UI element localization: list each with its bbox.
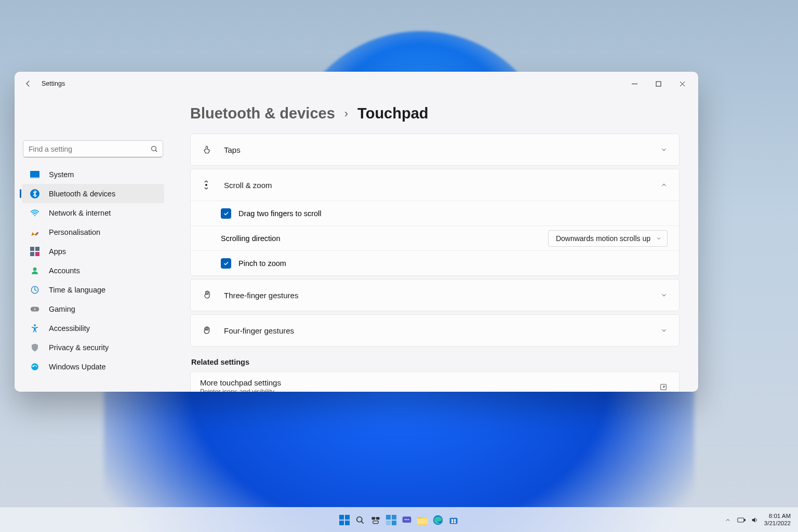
- checkbox-checked[interactable]: [221, 258, 231, 269]
- time-language-icon: [30, 285, 39, 295]
- section-three-finger[interactable]: Three-finger gestures: [190, 279, 680, 311]
- taskbar-search[interactable]: [353, 513, 367, 527]
- sidebar-item-label: Bluetooth & devices: [49, 190, 115, 198]
- section-taps[interactable]: Taps: [190, 134, 680, 166]
- svg-rect-29: [392, 521, 396, 525]
- sidebar-item-label: Apps: [49, 247, 66, 256]
- svg-rect-43: [744, 519, 745, 521]
- section-label: Three-finger gestures: [224, 291, 298, 300]
- page-title: Touchpad: [357, 105, 428, 122]
- task-view[interactable]: [369, 513, 382, 527]
- option-pinch-zoom[interactable]: Pinch to zoom: [191, 250, 679, 275]
- svg-point-31: [405, 519, 406, 520]
- taskbar-clock[interactable]: 8:01 AM 3/21/2022: [764, 513, 794, 526]
- sidebar-item-system[interactable]: System: [22, 165, 164, 184]
- sidebar-item-personalisation[interactable]: Personalisation: [22, 222, 164, 242]
- breadcrumb-parent[interactable]: Bluetooth & devices: [190, 105, 335, 122]
- more-touchpad-settings[interactable]: More touchpad settings Pointer icons and…: [190, 371, 680, 392]
- section-label: Four-finger gestures: [224, 326, 294, 335]
- sidebar-item-windows-update[interactable]: Windows Update: [22, 357, 164, 376]
- svg-rect-25: [373, 521, 378, 523]
- window-title: Settings: [42, 80, 65, 87]
- scroll-icon: [202, 180, 212, 190]
- edge-browser[interactable]: [431, 513, 445, 527]
- titlebar: Settings: [15, 72, 698, 96]
- svg-rect-21: [345, 521, 350, 525]
- external-link-icon: [659, 383, 668, 391]
- search-icon: [150, 145, 158, 153]
- four-finger-icon: [202, 325, 212, 336]
- svg-point-10: [33, 267, 37, 271]
- svg-point-1: [152, 146, 156, 151]
- maximize-button[interactable]: [646, 75, 670, 92]
- sidebar-item-gaming[interactable]: Gaming: [22, 299, 164, 318]
- sidebar-item-label: Accounts: [49, 267, 80, 275]
- update-icon: [30, 362, 39, 371]
- sidebar-item-label: Windows Update: [49, 363, 106, 371]
- microsoft-store[interactable]: [447, 513, 460, 527]
- sidebar-item-label: Accessibility: [49, 324, 90, 332]
- system-icon: [30, 170, 39, 179]
- tray-volume-icon[interactable]: [751, 516, 759, 524]
- sidebar-item-accounts[interactable]: Accounts: [22, 261, 164, 280]
- minimize-button[interactable]: [622, 75, 646, 92]
- sidebar-item-apps[interactable]: Apps: [22, 242, 164, 261]
- svg-rect-42: [738, 518, 744, 522]
- option-drag-two-fingers[interactable]: Drag two fingers to scroll: [191, 201, 679, 225]
- file-explorer[interactable]: [416, 513, 429, 527]
- section-four-finger[interactable]: Four-finger gestures: [190, 314, 680, 347]
- sidebar-item-label: Personalisation: [49, 228, 100, 236]
- tray-overflow[interactable]: [724, 516, 732, 524]
- sidebar-item-accessibility[interactable]: Accessibility: [22, 318, 164, 338]
- back-button[interactable]: [21, 76, 36, 91]
- svg-rect-39: [454, 519, 456, 521]
- sidebar-item-bluetooth-devices[interactable]: Bluetooth & devices: [22, 184, 164, 203]
- main-content: Bluetooth & devices › Touchpad Taps: [171, 96, 698, 392]
- section-label: Taps: [224, 145, 241, 154]
- three-finger-icon: [202, 290, 212, 300]
- svg-point-5: [34, 215, 35, 216]
- personalisation-icon: [30, 228, 39, 237]
- close-button[interactable]: [670, 75, 694, 92]
- svg-rect-40: [451, 521, 453, 523]
- taskbar-center: [338, 513, 460, 527]
- taskbar: 8:01 AM 3/21/2022: [0, 507, 798, 532]
- search-input[interactable]: [23, 140, 163, 157]
- svg-rect-38: [451, 519, 453, 521]
- option-label: Drag two fingers to scroll: [238, 209, 322, 218]
- search-field[interactable]: [29, 145, 150, 153]
- start-button[interactable]: [338, 513, 351, 527]
- svg-point-15: [31, 363, 38, 370]
- section-scroll-zoom: Scroll & zoom Drag two fingers to scroll…: [190, 169, 680, 276]
- clock-date: 3/21/2022: [764, 520, 791, 527]
- svg-point-13: [34, 308, 36, 310]
- wifi-icon: [30, 208, 39, 218]
- tray-battery-icon[interactable]: [737, 516, 746, 524]
- sidebar-item-network[interactable]: Network & internet: [22, 203, 164, 222]
- sidebar-item-label: System: [49, 170, 74, 179]
- svg-rect-8: [30, 252, 34, 256]
- checkbox-checked[interactable]: [221, 208, 231, 219]
- chat-button[interactable]: [400, 513, 414, 527]
- svg-rect-26: [386, 515, 391, 520]
- sidebar-item-privacy-security[interactable]: Privacy & security: [22, 338, 164, 357]
- accessibility-icon: [30, 324, 39, 333]
- svg-rect-23: [372, 517, 376, 520]
- tap-icon: [202, 145, 212, 154]
- svg-rect-28: [386, 521, 391, 525]
- scrolling-direction-dropdown[interactable]: Downwards motion scrolls up: [548, 230, 668, 247]
- option-label: Pinch to zoom: [238, 259, 286, 268]
- breadcrumb: Bluetooth & devices › Touchpad: [190, 105, 680, 122]
- apps-icon: [30, 247, 39, 256]
- sidebar-item-time-language[interactable]: Time & language: [22, 280, 164, 299]
- accounts-icon: [30, 266, 39, 275]
- bluetooth-icon: [30, 189, 39, 198]
- section-scroll-zoom-header[interactable]: Scroll & zoom: [191, 169, 679, 201]
- svg-rect-2: [30, 171, 39, 177]
- svg-rect-3: [30, 177, 39, 178]
- clock-time: 8:01 AM: [764, 513, 791, 520]
- chevron-down-icon: [656, 235, 662, 242]
- gaming-icon: [30, 304, 39, 314]
- svg-rect-7: [35, 247, 39, 251]
- widgets-button[interactable]: [384, 513, 398, 527]
